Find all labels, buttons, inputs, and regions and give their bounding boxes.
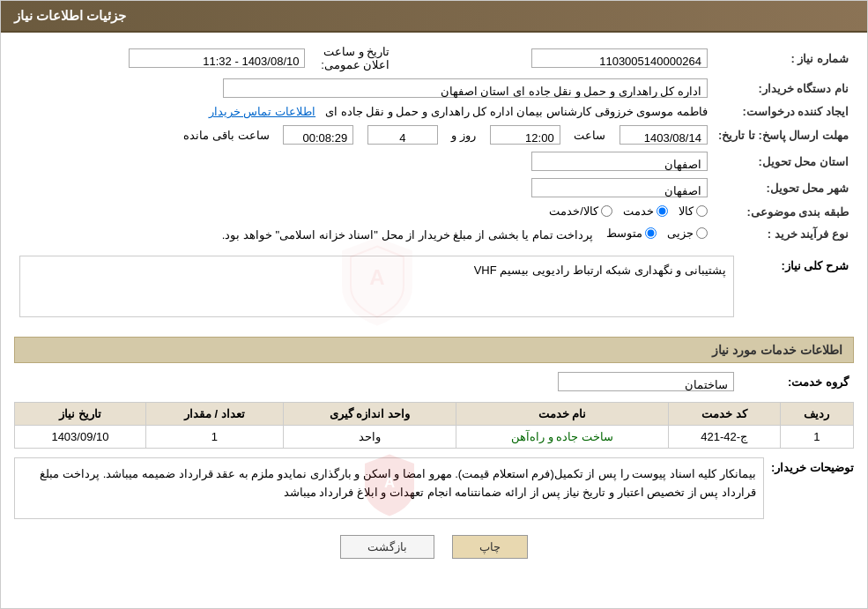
deadline-remaining-label: ساعت باقی مانده — [183, 129, 269, 142]
purchase-radio-group: جزیی متوسط — [606, 227, 708, 240]
deadline-time-section: 1403/08/14 ساعت 12:00 روز و 4 00:08:29 س… — [19, 125, 708, 145]
services-table-header-row: ردیف کد خدمت نام خدمت واحد اندازه گیری ت… — [15, 403, 854, 426]
services-table-body: 1 ج-42-421 ساخت جاده و راه‌آهن واحد 1 14… — [15, 426, 854, 449]
category-khedmat-label: خدمت — [623, 204, 654, 218]
deadline-day-label: روز و — [451, 129, 476, 142]
service-group-row: گروه خدمت: ساختمان — [14, 368, 854, 395]
city-row: شهر محل تحویل: اصفهان — [14, 175, 854, 201]
buyer-notes-section: توضیحات خریدار: A بیمانکار کلیه اسناد پی… — [14, 457, 854, 526]
buyer-notes-label: توضیحات خریدار: — [771, 457, 854, 474]
category-kala-khedmat-label: کالا/خدمت — [549, 204, 598, 218]
watermark-logo: A — [333, 234, 421, 340]
cell-service-code: ج-42-421 — [668, 426, 780, 449]
print-button[interactable]: چاپ — [452, 535, 528, 559]
description-table: شرح کلی نیاز: A پشتیبانی و نگهداری شبکه … — [14, 252, 854, 328]
deadline-value: 1403/08/14 ساعت 12:00 روز و 4 00:08:29 س… — [14, 122, 713, 148]
description-text: پشتیبانی و نگهداری شبکه ارتباط رادیویی ب… — [474, 264, 726, 277]
content-area: شماره نیاز : 1103005140000264 تاریخ و سا… — [1, 33, 867, 581]
category-kala-label: کالا — [679, 204, 694, 218]
city-value: اصفهان — [14, 175, 713, 201]
col-header-date: تاریخ نیاز — [15, 403, 146, 426]
cell-unit: واحد — [283, 426, 456, 449]
province-label: استان محل تحویل: — [713, 148, 854, 175]
need-number-row: شماره نیاز : 1103005140000264 تاریخ و سا… — [14, 41, 854, 75]
category-label: طبقه بندی موضوعی: — [713, 201, 854, 223]
purchase-note: پرداخت تمام یا بخشی از مبلغ خریدار از مح… — [222, 228, 594, 241]
purchase-jozi-label: جزیی — [667, 227, 694, 240]
buyer-notes-textarea: A بیمانکار کلیه اسناد پیوست را پس از تکم… — [14, 457, 764, 519]
deadline-time-input: 12:00 — [490, 125, 560, 145]
services-section-header: اطلاعات خدمات مورد نیاز — [14, 337, 854, 363]
description-textarea: A پشتیبانی و نگهداری شبکه ارتباط رادیویی… — [19, 256, 734, 317]
need-number-value: 1103005140000264 — [416, 41, 712, 75]
announce-date-input: 1403/08/10 - 11:32 — [129, 48, 305, 68]
col-header-service-code: کد خدمت — [668, 403, 780, 426]
category-kala-khedmat-radio[interactable] — [601, 205, 612, 217]
buyer-org-value: اداره کل راهداری و حمل و نقل جاده ای است… — [14, 75, 713, 101]
deadline-date-input: 1403/08/14 — [619, 125, 708, 145]
province-value: اصفهان — [14, 148, 713, 175]
province-row: استان محل تحویل: اصفهان — [14, 148, 854, 175]
purchase-jozi: جزیی — [667, 227, 708, 240]
buttons-row: چاپ بازگشت — [14, 526, 854, 572]
creator-label: ایجاد کننده درخواست: — [713, 101, 854, 122]
cell-row-num: 1 — [780, 426, 853, 449]
back-button[interactable]: بازگشت — [340, 535, 434, 559]
creator-value: فاطمه موسوی خرزوقی کارشناس بیمان اداره ک… — [14, 101, 713, 122]
city-input: اصفهان — [531, 178, 708, 197]
announce-date-value: 1403/08/10 - 11:32 — [14, 41, 310, 75]
services-table: ردیف کد خدمت نام خدمت واحد اندازه گیری ت… — [14, 402, 854, 449]
deadline-remaining-input: 00:08:29 — [283, 125, 353, 145]
buyer-org-input: اداره کل راهداری و حمل و نقل جاده ای است… — [223, 78, 708, 98]
category-row: طبقه بندی موضوعی: کالا خدمت — [14, 201, 854, 223]
category-kala-radio[interactable] — [696, 205, 708, 217]
purchase-type-row: نوع فرآیند خرید : جزیی متوسط پرداخت — [14, 223, 854, 245]
purchase-type-label: نوع فرآیند خرید : — [713, 223, 854, 245]
purchase-type-value: جزیی متوسط پرداخت تمام یا بخشی از مبلغ خ… — [14, 223, 713, 245]
creator-text: فاطمه موسوی خرزوقی کارشناس بیمان اداره ک… — [325, 105, 708, 118]
purchase-motavaset-radio[interactable] — [645, 227, 657, 239]
deadline-time-label: ساعت — [574, 129, 605, 142]
buyer-notes-text: بیمانکار کلیه اسناد پیوست را پس از تکمیل… — [40, 467, 756, 499]
service-group-table: گروه خدمت: ساختمان — [14, 368, 854, 395]
main-info-table: شماره نیاز : 1103005140000264 تاریخ و سا… — [14, 41, 854, 245]
category-radio-group: کالا خدمت کالا/خدمت — [549, 204, 708, 218]
category-khedmat: خدمت — [623, 204, 668, 218]
page-title: جزئیات اطلاعات نیاز — [14, 8, 126, 23]
services-table-header: ردیف کد خدمت نام خدمت واحد اندازه گیری ت… — [15, 403, 854, 426]
deadline-row: مهلت ارسال پاسخ: تا تاریخ: 1403/08/14 سا… — [14, 122, 854, 148]
service-group-input: ساختمان — [558, 372, 734, 391]
description-content: A پشتیبانی و نگهداری شبکه ارتباط رادیویی… — [14, 252, 739, 328]
creator-contact-link[interactable]: اطلاعات تماس خریدار — [209, 105, 315, 118]
page-container: جزئیات اطلاعات نیاز شماره نیاز : 1103005… — [0, 0, 868, 609]
category-kala: کالا — [679, 204, 708, 218]
buyer-org-row: نام دستگاه خریدار: اداره کل راهداری و حم… — [14, 75, 854, 101]
need-number-label: شماره نیاز : — [713, 41, 854, 75]
svg-text:A: A — [369, 265, 384, 289]
category-khedmat-radio[interactable] — [657, 205, 668, 217]
cell-quantity: 1 — [145, 426, 283, 449]
buyer-org-label: نام دستگاه خریدار: — [713, 75, 854, 101]
description-row: شرح کلی نیاز: A پشتیبانی و نگهداری شبکه … — [14, 252, 854, 328]
deadline-days-input: 4 — [367, 125, 438, 145]
description-label: شرح کلی نیاز: — [739, 252, 854, 328]
purchase-jozi-radio[interactable] — [696, 227, 708, 239]
cell-service-name: ساخت جاده و راه‌آهن — [456, 426, 668, 449]
deadline-label: مهلت ارسال پاسخ: تا تاریخ: — [713, 122, 854, 148]
page-header: جزئیات اطلاعات نیاز — [1, 1, 867, 33]
col-header-row-num: ردیف — [780, 403, 853, 426]
city-label: شهر محل تحویل: — [713, 175, 854, 201]
service-group-label: گروه خدمت: — [739, 368, 854, 395]
creator-row: ایجاد کننده درخواست: فاطمه موسوی خرزوقی … — [14, 101, 854, 122]
table-row: 1 ج-42-421 ساخت جاده و راه‌آهن واحد 1 14… — [15, 426, 854, 449]
category-value: کالا خدمت کالا/خدمت — [14, 201, 713, 223]
cell-date: 1403/09/10 — [15, 426, 146, 449]
purchase-motavaset-label: متوسط — [606, 227, 642, 240]
buyer-notes-content: A بیمانکار کلیه اسناد پیوست را پس از تکم… — [14, 457, 764, 526]
col-header-quantity: تعداد / مقدار — [145, 403, 283, 426]
col-header-unit: واحد اندازه گیری — [283, 403, 456, 426]
purchase-motavaset: متوسط — [606, 227, 657, 240]
province-input: اصفهان — [531, 152, 708, 171]
service-group-value: ساختمان — [14, 368, 739, 395]
category-kala-khedmat: کالا/خدمت — [549, 204, 612, 218]
